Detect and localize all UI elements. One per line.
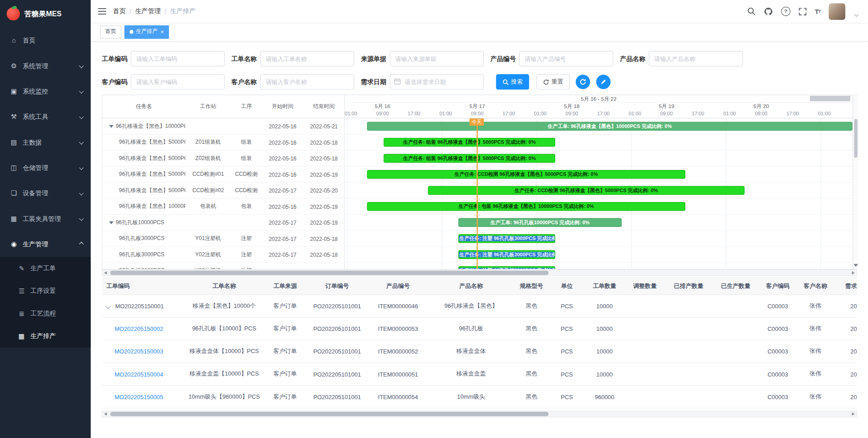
expand-caret-icon[interactable]: [109, 125, 113, 127]
sidebar-item-process-settings[interactable]: ☰工序设置: [0, 279, 91, 302]
breadcrumb-home[interactable]: 首页: [113, 7, 126, 15]
expand-caret-icon[interactable]: [109, 221, 113, 224]
sidebar-item-fixture-mgmt[interactable]: ▦工装夹具管理: [0, 206, 91, 231]
sidebar-item-system-mgmt[interactable]: ⚙系统管理: [0, 53, 91, 79]
gantt-vscroll-down-arrow[interactable]: [854, 264, 858, 267]
sidebar-item-production-mgmt[interactable]: ◉生产管理: [0, 231, 91, 257]
gantt-grid-row: 96孔孔板3000PCSY02注塑机注塑2022-05-172022-05-18: [103, 247, 344, 263]
table-horizontal-scrollbar[interactable]: [102, 411, 857, 418]
table-cell: 2022: [835, 371, 857, 377]
hscroll-right-arrow[interactable]: [852, 412, 854, 415]
gantt-hscroll-thumb[interactable]: [110, 271, 549, 275]
gantt-task-bar[interactable]: 生产任务: 注塑 96孔孔板3000PCS 完成比例: 0%: [458, 266, 555, 269]
gantt-horizontal-scrollbar[interactable]: [102, 269, 857, 276]
search-icon[interactable]: [747, 7, 755, 15]
chevron-down-icon: [79, 140, 84, 144]
filter-label: 客户编码: [102, 78, 127, 86]
process-cell: 包装: [231, 203, 262, 210]
gantt-task-bar[interactable]: 生产任务: CCD检测 96孔移液盒【黑色】5000PCS 完成比例: 0%: [428, 186, 745, 195]
gantt-parent-bar[interactable]: 生产工单: 96孔孔板10000PCS 完成比例: 0%: [458, 218, 622, 227]
hscroll-right-arrow[interactable]: [852, 271, 854, 274]
table-cell: 黑色: [514, 393, 549, 400]
sidebar-item-label: 系统工具: [23, 113, 80, 121]
fullscreen-icon[interactable]: [799, 8, 807, 15]
tab-home[interactable]: 首页: [100, 25, 121, 38]
task-name: 96孔移液盒【黑色】10000PCS: [119, 203, 185, 210]
filter-input-1-1[interactable]: [260, 51, 354, 66]
sidebar-item-system-monitor[interactable]: ▣系统监控: [0, 79, 91, 104]
task-name: 96孔移液盒【黑色】5000PCS: [119, 155, 185, 162]
filter-input-1-2[interactable]: [390, 51, 484, 66]
sidebar-item-label: 生产管理: [23, 240, 80, 248]
reset-button[interactable]: 重置: [537, 74, 570, 89]
sidebar-item-system-tools[interactable]: ⚒系统工具: [0, 104, 91, 129]
gantt-task-bar[interactable]: 生产任务: 组装 96孔移液盒【黑色】5000PCS 完成比例: 0%: [384, 154, 556, 163]
gantt-task-bar[interactable]: 生产任务: 组装 96孔移液盒【黑色】5000PCS 完成比例: 0%: [384, 138, 556, 147]
table-cell: 张伟: [796, 393, 835, 400]
hscroll-left-arrow[interactable]: [104, 271, 107, 274]
table-hscroll-thumb[interactable]: [110, 412, 549, 416]
work-order-link[interactable]: MO202205150001: [115, 303, 164, 310]
filter-input-1-3[interactable]: [519, 51, 613, 66]
workstation-cell: 包装机: [185, 203, 231, 210]
sidebar-item-warehouse-mgmt[interactable]: ◫仓储管理: [0, 155, 91, 180]
gantt-task-bar[interactable]: 生产任务: CCD检测 96孔移液盒【黑色】5000PCS 完成比例: 0%: [367, 170, 685, 179]
timeline-hour-label: 01:00: [723, 109, 736, 118]
sidebar-item-label: 首页: [23, 36, 83, 44]
work-order-link[interactable]: MO202205150003: [114, 348, 163, 355]
chevron-down-icon: [79, 64, 84, 68]
table-cell: 10000: [585, 348, 624, 355]
help-icon[interactable]: ?: [781, 7, 790, 16]
sidebar-item-label: 生产工单: [30, 264, 83, 272]
sidebar-item-process-flow[interactable]: ≣工艺流程: [0, 302, 91, 325]
row-expand-icon[interactable]: [105, 303, 111, 309]
gantt-vertical-scrollbar[interactable]: [853, 95, 859, 269]
timeline-hours: 01:0009:0017:0001:0009:0017:0001:0009:00…: [345, 109, 853, 118]
avatar-caret-icon[interactable]: [854, 12, 859, 16]
col-workstation: 工作站: [185, 103, 231, 110]
refresh-circle-button[interactable]: [576, 75, 590, 89]
search-button[interactable]: 搜索: [496, 74, 529, 89]
filter-input-2-0[interactable]: [131, 74, 225, 89]
gantt-task-bar[interactable]: 生产任务: 包装 96孔移液盒【黑色】10000PCS 完成比例: 0%: [367, 202, 685, 211]
breadcrumb-production[interactable]: 生产管理: [135, 7, 160, 15]
system-mgmt-icon: ⚙: [10, 62, 18, 70]
reset-button-label: 重置: [552, 78, 563, 86]
filter-input-1-4[interactable]: [649, 51, 743, 66]
sidebar-item-work-order[interactable]: ✎生产工单: [0, 257, 91, 279]
font-size-icon[interactable]: TT: [815, 8, 821, 15]
sidebar-item-scheduling[interactable]: ▦生产排产: [0, 325, 91, 348]
tab-close-icon[interactable]: ×: [160, 29, 164, 35]
work-order-link[interactable]: MO202205150004: [114, 371, 163, 377]
github-icon[interactable]: [764, 7, 773, 15]
gantt-bar-label: 生产工单: 96孔移液盒【黑色】10000PCS 完成比例: 0%: [548, 123, 672, 129]
work-order-link[interactable]: MO202205150005: [114, 394, 163, 400]
hscroll-left-arrow[interactable]: [104, 412, 107, 415]
filter-input-1-0[interactable]: [131, 51, 225, 66]
app-root: 苦糖果MES ⌂首页⚙系统管理▣系统监控⚒系统工具▤主数据◫仓储管理❏设备管理▦…: [0, 0, 868, 438]
work-order-link[interactable]: MO202205150002: [114, 325, 163, 332]
sidebar-item-label: 仓储管理: [23, 164, 80, 172]
table-cell: ITEM00000051: [368, 371, 429, 377]
gantt-task-bar[interactable]: 生产任务: 注塑 96孔孔板3000PCS 完成比例: 0%: [458, 250, 555, 259]
table-cell: ITEM00000046: [368, 303, 429, 310]
today-badge: 今天: [469, 118, 484, 126]
sidebar-item-master-data[interactable]: ▤主数据: [0, 130, 91, 155]
avatar[interactable]: [829, 3, 845, 20]
table-cell: PO202205101001: [307, 348, 368, 355]
filter-input-2-1[interactable]: [260, 74, 354, 89]
hamburger-icon[interactable]: [91, 8, 113, 15]
table-col-header: 需求日期: [835, 282, 857, 290]
table-cell: 10mm吸头: [429, 393, 514, 400]
start-time-cell: 2022-05-16: [262, 123, 303, 129]
sidebar-item-equipment-mgmt[interactable]: ❏设备管理: [0, 180, 91, 206]
tab-scheduling[interactable]: 生产排产 ×: [124, 25, 169, 38]
gantt-bar-label: 生产任务: CCD检测 96孔移液盒【黑色】5000PCS 完成比例: 0%: [514, 188, 658, 193]
sidebar-item-home[interactable]: ⌂首页: [0, 28, 91, 53]
gantt-vscroll-thumb[interactable]: [854, 119, 857, 158]
gantt-task-bar[interactable]: 生产任务: 注塑 96孔孔板3000PCS 完成比例: 0%: [458, 234, 555, 243]
gantt-parent-bar[interactable]: 生产工单: 96孔移液盒【黑色】10000PCS 完成比例: 0%: [367, 122, 853, 131]
filter-field-2-1: 客户名称: [231, 74, 354, 89]
demand-date-input[interactable]: [390, 74, 484, 89]
edit-circle-button[interactable]: [596, 75, 611, 89]
